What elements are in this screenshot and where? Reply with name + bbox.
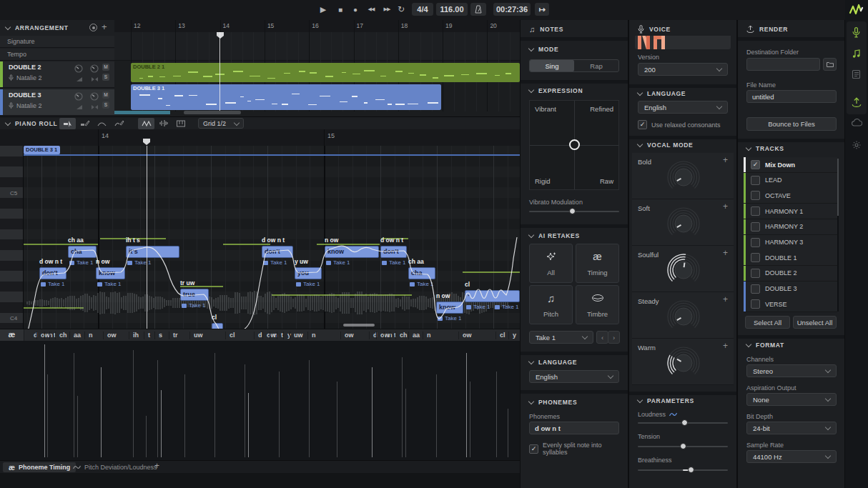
phoneme-cell[interactable]: ch <box>400 332 408 339</box>
knob-add-icon[interactable]: + <box>723 294 728 304</box>
parameter-curve-pane[interactable] <box>0 341 520 460</box>
aspiration-output-select[interactable]: None <box>746 393 837 406</box>
tension-slider[interactable] <box>638 442 728 451</box>
browse-folder-button[interactable] <box>823 58 837 71</box>
parameters-section-header[interactable]: PARAMETERS <box>638 397 694 404</box>
render-track-item[interactable]: HARMONY 3 <box>744 235 837 251</box>
lyrics-icon[interactable] <box>852 69 862 80</box>
render-track-item[interactable]: ✓Mix Down <box>744 157 837 173</box>
take-tag[interactable]: Take 1 <box>41 281 65 287</box>
arrangement-loop-region[interactable] <box>114 111 170 114</box>
phoneme-cell[interactable]: aa <box>413 332 420 339</box>
version-select[interactable]: 200 <box>638 63 728 76</box>
track-checkbox[interactable] <box>751 238 760 247</box>
loudness-slider[interactable] <box>638 419 728 427</box>
render-track-item[interactable]: HARMONY 2 <box>744 219 837 235</box>
voice-language-section-header[interactable]: LANGUAGE <box>638 90 686 97</box>
arrangement-track-2[interactable]: DOUBLE 3Natalie 2MS <box>0 89 114 116</box>
track-checkbox[interactable] <box>751 191 760 200</box>
play-button[interactable]: ▶ <box>317 3 330 16</box>
take-select[interactable]: Take 1 <box>529 331 593 344</box>
slider-handle[interactable] <box>681 419 688 426</box>
note-language-select[interactable]: English <box>529 370 619 383</box>
format-section-header[interactable]: FORMAT <box>746 342 784 349</box>
render-track-item[interactable]: HARMONY 1 <box>744 204 837 219</box>
retake-all-button[interactable]: All <box>529 244 573 283</box>
expression-section-header[interactable]: EXPRESSION <box>529 87 583 94</box>
midi-note[interactable]: true <box>180 289 209 301</box>
destination-folder-input[interactable] <box>746 58 820 71</box>
track-pan-knob[interactable] <box>90 64 99 73</box>
piano-roll-ruler[interactable]: 1415 <box>0 129 520 146</box>
microphone-icon[interactable] <box>852 27 862 38</box>
knob-bold[interactable] <box>665 159 702 196</box>
knob-steady[interactable] <box>665 298 702 335</box>
record-button[interactable]: ● <box>349 3 362 16</box>
knob-warm[interactable] <box>665 344 702 382</box>
take-tag[interactable]: Take 1 <box>97 281 122 287</box>
checkbox-icon[interactable]: ✓ <box>638 120 647 129</box>
arrangement-header[interactable]: ARRANGEMENT <box>6 24 69 31</box>
knob-add-icon[interactable]: + <box>723 201 728 211</box>
phonemes-section-header[interactable]: PHONEMES <box>529 399 577 406</box>
checkbox-icon[interactable]: ✓ <box>529 444 538 454</box>
knob-add-icon[interactable]: + <box>723 155 728 165</box>
clip-double-2-1[interactable]: DOUBLE 2 1 <box>131 63 520 82</box>
take-tag[interactable]: Take 1 <box>263 259 287 266</box>
midi-note[interactable] <box>212 323 223 329</box>
sample-rate-select[interactable]: 44100 Hz <box>746 450 837 463</box>
take-tag[interactable]: Take 1 <box>326 259 350 266</box>
piano-roll-header[interactable]: PIANO ROLL <box>6 120 57 127</box>
add-track-icon[interactable]: + <box>102 21 107 32</box>
stop-button[interactable]: ■ <box>334 3 347 16</box>
knob-soulful[interactable] <box>665 252 702 289</box>
rewind-button[interactable]: ◀◀ <box>365 3 378 16</box>
slider-handle[interactable] <box>680 443 686 449</box>
track-checkbox[interactable] <box>751 284 760 294</box>
midi-note[interactable]: it's <box>126 246 179 258</box>
midi-note[interactable]: know <box>96 267 125 279</box>
render-track-item[interactable]: VERSE <box>744 297 837 312</box>
slider-handle[interactable] <box>569 208 576 214</box>
loop-button[interactable]: ↻ <box>395 3 408 16</box>
render-track-item[interactable]: DOUBLE 3 <box>744 282 837 297</box>
breathiness-slider[interactable] <box>638 466 728 474</box>
voice-logo[interactable] <box>635 36 731 49</box>
track-pan-knob[interactable] <box>90 92 99 101</box>
tool-curve[interactable] <box>94 118 110 129</box>
punch-out-button[interactable]: ↦ <box>535 3 549 16</box>
track-checkbox[interactable] <box>751 253 760 262</box>
vocal-mode-section-header[interactable]: VOCAL MODE <box>638 141 693 149</box>
track-checkbox[interactable] <box>751 206 760 216</box>
cloud-icon[interactable] <box>852 119 862 129</box>
slider-handle[interactable] <box>688 467 694 473</box>
arrangement-track-1[interactable]: DOUBLE 2Natalie 2MS <box>0 61 114 88</box>
lane-signature[interactable]: Signature <box>0 36 114 48</box>
phoneme-cell[interactable]: n <box>427 332 431 339</box>
relaxed-consonants-checkbox-row[interactable]: ✓ Use relaxed consonants <box>638 120 721 129</box>
expression-handle[interactable] <box>569 139 580 150</box>
evenly-split-checkbox-row[interactable]: ✓ Evenly split note into syllables <box>529 442 628 456</box>
phoneme-cell[interactable]: d <box>258 332 262 339</box>
fast-forward-button[interactable]: ▶▶ <box>380 3 393 16</box>
note-language-section-header[interactable]: LANGUAGE <box>529 359 577 366</box>
tab-phoneme-timing[interactable]: æ Phoneme Timing <box>3 462 76 472</box>
midi-note[interactable]: know <box>325 246 379 258</box>
phoneme-cell[interactable]: ow <box>345 332 354 339</box>
grid-select[interactable]: Grid 1/2 <box>198 118 244 129</box>
metronome-button[interactable] <box>470 3 486 16</box>
take-tag[interactable]: Take 1 <box>296 281 320 287</box>
piano-keys[interactable]: C5C4 <box>0 146 24 329</box>
channels-select[interactable]: Stereo <box>746 364 837 377</box>
piano-roll-hscroll-thumb[interactable] <box>343 324 375 327</box>
take-next-button[interactable]: › <box>608 331 620 344</box>
phoneme-cell[interactable]: uw <box>294 332 303 339</box>
track-solo-button[interactable]: S <box>102 74 109 81</box>
render-upload-icon[interactable] <box>852 97 862 108</box>
file-name-input[interactable]: untitled <box>746 90 837 103</box>
phoneme-timing-strip[interactable]: ædowntchaanowihtstruwcldowntyuwnowdowntc… <box>0 329 520 342</box>
render-track-item[interactable]: OCTAVE <box>744 188 837 204</box>
retake-timing-button[interactable]: æ Timing <box>576 244 619 283</box>
phoneme-cell[interactable]: ih <box>133 332 139 339</box>
take-tag[interactable]: Take 1 <box>69 259 94 266</box>
